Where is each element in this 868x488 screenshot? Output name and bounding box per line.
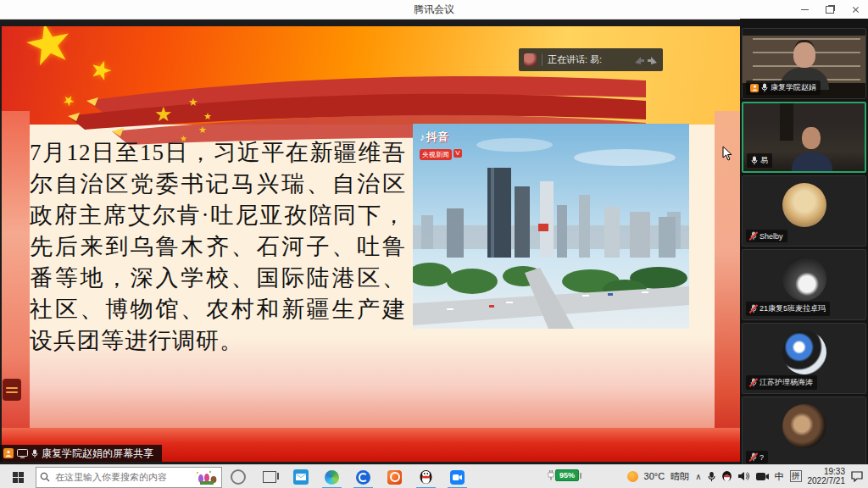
participant-avatar [782, 404, 826, 448]
participant-avatar [782, 330, 826, 374]
reaction-arrows [634, 55, 658, 65]
window-controls [792, 0, 868, 19]
participant-tile[interactable]: 江苏护理杨海涛 [742, 323, 866, 394]
blue-app-icon [356, 470, 370, 485]
tencent-meeting-window: 腾讯会议 ★ ★ ★ ★ ★ ★ ★ ★ 7月1 [0, 0, 868, 488]
participant-tile[interactable]: Shelby [742, 175, 866, 247]
start-button[interactable] [0, 465, 36, 488]
edge-browser-button[interactable] [316, 465, 348, 488]
mic-muted-icon [750, 304, 757, 313]
weather-temperature[interactable]: 30°C [644, 471, 665, 481]
clock[interactable]: 19:33 2022/7/21 [808, 467, 846, 485]
participant-name: 江苏护理杨海涛 [760, 377, 813, 388]
participant-name-chip: 江苏护理杨海涛 [746, 375, 817, 390]
arrow-icon [647, 55, 658, 65]
tencent-meeting-app-button[interactable] [442, 465, 473, 488]
system-tray: 30°C 晴朗 ∧ 中 拼 19:33 2022/7/21 [627, 464, 866, 488]
participant-name-chip: Shelby [746, 230, 787, 242]
mail-app-button[interactable] [285, 465, 316, 488]
participant-name: Shelby [760, 232, 783, 241]
participants-sidebar[interactable]: 康复学院赵娟 易 Shelby [740, 19, 868, 464]
participant-name-chip: 易 [747, 153, 772, 168]
tray-mic-icon[interactable] [708, 471, 715, 482]
tray-camera-icon[interactable] [756, 472, 769, 481]
blue-round-app-button[interactable] [348, 465, 379, 488]
participant-tile[interactable]: 易 [742, 102, 866, 173]
office-app-button[interactable] [379, 465, 410, 488]
svg-text:★: ★ [198, 125, 207, 135]
verified-icon: V [453, 149, 462, 158]
window-title: 腾讯会议 [0, 0, 868, 19]
minimize-button[interactable] [792, 0, 817, 19]
speaking-label: 正在讲话: 易: [548, 53, 602, 66]
divider [542, 54, 542, 66]
watermark-account-badge: 央视新闻 [420, 149, 452, 160]
tray-time: 19:33 [824, 467, 845, 476]
watermark-app-name: 抖音 [426, 130, 448, 143]
slide-left-border [2, 111, 30, 462]
mail-icon [293, 469, 309, 485]
slide-right-border [715, 111, 740, 462]
svg-text:★: ★ [203, 111, 212, 121]
tencent-meeting-icon [450, 470, 465, 485]
mic-on-icon [751, 156, 758, 165]
speaker-avatar [524, 53, 537, 66]
taskbar-search[interactable] [36, 467, 222, 488]
mic-on-icon [761, 83, 768, 92]
participant-tile[interactable]: 康复学院赵娟 [742, 28, 866, 99]
annotation-toolbar-button[interactable] [3, 379, 21, 401]
mic-muted-icon [750, 231, 757, 241]
close-button[interactable] [843, 0, 868, 19]
task-view-button[interactable] [253, 465, 285, 488]
participant-tile[interactable]: ? [742, 396, 866, 468]
mic-muted-icon [750, 378, 757, 387]
speaking-indicator-banner: 正在讲话: 易: [519, 48, 663, 71]
douyin-watermark: ♪抖音 央视新闻V [420, 129, 462, 160]
participant-face [793, 42, 815, 68]
participant-name-chip: 21康复5班麦拉卓玛 [746, 302, 830, 316]
ime-language-indicator[interactable]: 中 [775, 470, 784, 483]
volume-icon[interactable] [738, 471, 750, 481]
task-view-icon [263, 471, 276, 483]
participant-name: 易 [760, 155, 768, 166]
search-highlight-flowers-icon [196, 469, 218, 485]
participant-tile[interactable]: 21康复5班麦拉卓玛 [742, 249, 866, 320]
news-video[interactable]: ♪抖音 央视新闻V [413, 124, 689, 329]
menu-lines-icon [6, 391, 18, 393]
participant-body [792, 152, 832, 171]
shared-slide: ★ ★ ★ ★ ★ ★ ★ ★ 7月12日至15日，习近平在新疆维吾尔自治区党委… [2, 26, 740, 462]
screen-share-banner: 康复学院赵娟的屏幕共享 [0, 445, 162, 462]
maximize-button[interactable] [817, 0, 843, 19]
arrow-icon [634, 55, 645, 65]
tray-overflow-chevron[interactable]: ∧ [695, 472, 701, 481]
monitor-icon [17, 449, 28, 458]
svg-text:★: ★ [188, 96, 198, 108]
qq-penguin-icon [419, 469, 433, 485]
action-center-icon[interactable] [851, 471, 863, 482]
window-titlebar[interactable]: 腾讯会议 [0, 0, 868, 19]
office-icon [387, 470, 402, 485]
ime-mode-indicator[interactable]: 拼 [790, 470, 802, 482]
participant-face [802, 127, 821, 149]
slide-paragraph: 7月12日至15日，习近平在新疆维吾尔自治区党委书记马兴瑞、自治区政府主席艾尔肯… [30, 137, 406, 357]
battery-widget[interactable]: 95% [547, 469, 581, 481]
battery-nub [580, 473, 581, 479]
search-icon [40, 472, 50, 482]
cortana-icon [231, 469, 246, 485]
weather-description[interactable]: 晴朗 [670, 470, 689, 483]
tray-qq-icon[interactable] [721, 470, 732, 482]
qq-app-button[interactable] [410, 465, 442, 488]
maximize-icon [826, 6, 834, 14]
participant-avatar [782, 257, 826, 301]
participant-name-chip: ? [746, 451, 768, 463]
mic-muted-icon [750, 452, 757, 462]
search-input[interactable] [53, 471, 192, 483]
edge-icon [325, 470, 339, 485]
menu-lines-icon [6, 387, 18, 389]
share-banner-label: 康复学院赵娟的屏幕共享 [42, 446, 153, 461]
weather-sun-icon [627, 471, 638, 482]
cortana-button[interactable] [222, 465, 253, 488]
participant-name: 康复学院赵娟 [771, 82, 816, 93]
mic-icon [31, 449, 38, 458]
screen-share-badge-icon [750, 84, 759, 92]
